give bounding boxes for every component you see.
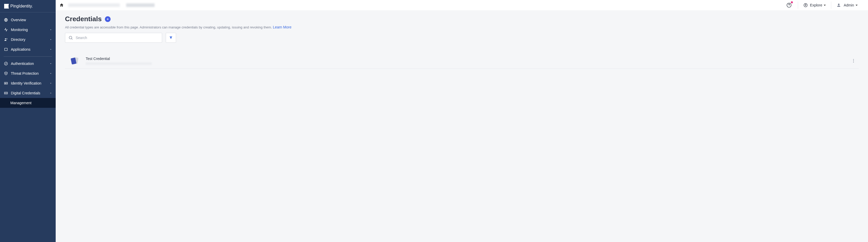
- explore-menu[interactable]: Explore: [798, 0, 831, 10]
- credential-list: Test Credential: [65, 53, 859, 69]
- sidebar-item-digital-credentials[interactable]: Digital Credentials: [0, 88, 56, 98]
- activity-icon: [4, 27, 8, 32]
- user-label: Admin: [844, 3, 854, 7]
- svg-point-5: [6, 73, 6, 74]
- search-box[interactable]: [65, 33, 162, 43]
- brand-text-bold: Ping: [10, 4, 19, 8]
- brand-text: PingIdentity.: [10, 4, 33, 8]
- svg-point-11: [804, 3, 807, 7]
- chevron-down-icon: [50, 28, 52, 31]
- filter-button[interactable]: [166, 33, 176, 43]
- sidebar-divider: [4, 56, 52, 57]
- home-icon[interactable]: [59, 3, 64, 7]
- shield-icon: [4, 71, 8, 76]
- brand-text-light: Identity.: [19, 4, 33, 8]
- svg-point-13: [69, 36, 72, 39]
- sidebar-label-identity-verification: Identity Verification: [11, 81, 50, 85]
- sidebar-label-threat: Threat Protection: [11, 71, 50, 75]
- check-circle-icon: [4, 61, 8, 66]
- more-vertical-icon: [851, 59, 856, 63]
- window-icon: [4, 47, 8, 52]
- brand: PingIdentity.: [0, 0, 56, 12]
- page-header: Credentials: [65, 15, 859, 23]
- sidebar-subitem-management[interactable]: Management: [0, 98, 56, 108]
- breadcrumb-segment-2: [126, 3, 155, 7]
- svg-point-2: [6, 38, 7, 39]
- sidebar-label-authentication: Authentication: [11, 62, 50, 66]
- topbar: Explore Admin: [56, 0, 868, 10]
- svg-point-7: [5, 83, 6, 83]
- user-menu[interactable]: Admin: [831, 0, 863, 10]
- credential-title: Test Credential: [86, 57, 850, 61]
- filter-icon: [169, 36, 173, 40]
- sidebar-item-authentication[interactable]: Authentication: [0, 59, 56, 69]
- main: Explore Admin Credentials All credential…: [56, 0, 868, 242]
- sidebar-nav: Overview Monitoring Directory Appl: [0, 12, 56, 108]
- globe-icon: [4, 18, 8, 22]
- brand-logo-icon: [4, 4, 9, 8]
- page-description-text: All credential types are accessible from…: [65, 25, 273, 29]
- credentials-icon: [4, 91, 8, 95]
- svg-point-14: [853, 59, 854, 60]
- chevron-down-icon: [50, 62, 52, 65]
- id-card-icon: [4, 81, 8, 85]
- sidebar-item-directory[interactable]: Directory: [0, 35, 56, 44]
- help-button[interactable]: [780, 0, 798, 10]
- explore-label: Explore: [810, 3, 822, 7]
- sidebar-item-identity-verification[interactable]: Identity Verification: [0, 78, 56, 88]
- credential-row-text: Test Credential: [86, 57, 850, 65]
- page-description: All credential types are accessible from…: [65, 25, 859, 29]
- sidebar: PingIdentity. Overview Monitoring Direct…: [0, 0, 56, 242]
- sidebar-label-digital-credentials: Digital Credentials: [11, 91, 50, 95]
- sidebar-item-threat-protection[interactable]: Threat Protection: [0, 69, 56, 78]
- plus-icon: [106, 17, 110, 21]
- search-input[interactable]: [75, 36, 159, 40]
- toolbar: [65, 33, 859, 43]
- chevron-down-icon: [50, 48, 52, 51]
- add-credential-button[interactable]: [105, 16, 111, 22]
- user-icon: [836, 3, 841, 7]
- page-title: Credentials: [65, 15, 102, 23]
- sidebar-label-applications: Applications: [11, 47, 50, 51]
- users-icon: [4, 37, 8, 42]
- svg-point-16: [853, 62, 854, 63]
- credential-subtitle-redacted: [86, 62, 152, 65]
- sidebar-label-overview: Overview: [11, 18, 52, 22]
- svg-point-9: [5, 93, 6, 94]
- sidebar-item-monitoring[interactable]: Monitoring: [0, 25, 56, 35]
- credential-row[interactable]: Test Credential: [65, 53, 859, 69]
- learn-more-link[interactable]: Learn More: [273, 25, 291, 29]
- svg-point-1: [5, 38, 6, 39]
- notification-dot-icon: [790, 1, 793, 4]
- row-actions-menu[interactable]: [850, 58, 857, 64]
- chevron-up-icon: [50, 92, 52, 94]
- sidebar-label-management: Management: [10, 101, 52, 105]
- breadcrumb-segment-1: [68, 3, 120, 7]
- svg-point-4: [4, 62, 7, 65]
- chevron-down-icon: [50, 72, 52, 75]
- chevron-down-icon: [50, 82, 52, 84]
- search-icon: [68, 35, 73, 40]
- compass-icon: [803, 3, 808, 7]
- chevron-down-icon: [50, 38, 52, 41]
- credential-card-icon: [71, 58, 78, 64]
- content: Credentials All credential types are acc…: [56, 10, 868, 242]
- sidebar-item-overview[interactable]: Overview: [0, 15, 56, 25]
- svg-point-15: [853, 61, 854, 61]
- svg-point-12: [838, 4, 839, 5]
- sidebar-label-directory: Directory: [11, 37, 50, 42]
- svg-rect-3: [5, 48, 7, 50]
- sidebar-label-monitoring: Monitoring: [11, 28, 50, 32]
- sidebar-item-applications[interactable]: Applications: [0, 44, 56, 54]
- svg-rect-6: [4, 82, 7, 84]
